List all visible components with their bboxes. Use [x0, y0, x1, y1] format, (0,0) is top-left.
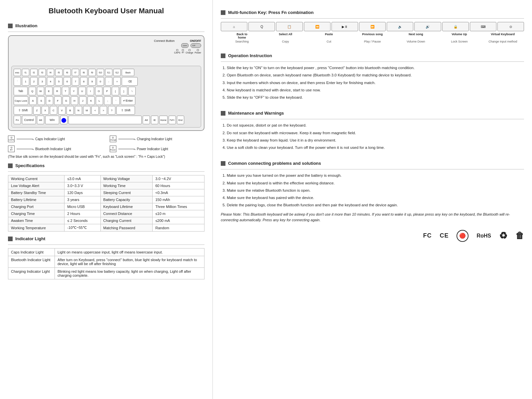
key-f12[interactable]: f12 — [113, 69, 121, 76]
key-equals[interactable]: = — [113, 77, 121, 86]
key-enter[interactable]: ↵Enter — [121, 96, 135, 105]
key-f1[interactable]: f1 — [22, 69, 29, 76]
key-o[interactable]: O — [95, 87, 102, 95]
key-slash[interactable]: ? — [108, 106, 115, 115]
key-q[interactable]: Q — [29, 87, 36, 95]
key-2[interactable]: 2 — [30, 77, 38, 86]
key-alt-l[interactable]: Alt — [37, 116, 44, 124]
key-quote[interactable]: ' — [112, 96, 120, 105]
key-h[interactable]: H — [71, 96, 78, 105]
fn-key-home[interactable]: ⌂ — [221, 22, 247, 31]
key-4[interactable]: 4 — [47, 77, 54, 86]
key-s[interactable]: S — [38, 96, 45, 105]
key-backslash[interactable]: \ — [128, 87, 136, 95]
fn-key-ff[interactable]: ⏩ — [359, 22, 386, 31]
key-win[interactable]: Win — [45, 116, 59, 124]
key-e[interactable]: E — [45, 87, 53, 95]
fn-key-paste[interactable]: 📋 — [276, 22, 303, 31]
key-f[interactable]: F — [54, 96, 62, 105]
key-fn[interactable]: Fn — [14, 116, 21, 124]
key-a[interactable]: A — [29, 96, 37, 105]
key-x[interactable]: X — [42, 106, 49, 115]
fn-key-vol-down[interactable]: 🔉 — [387, 22, 413, 31]
key-f9[interactable]: f9 — [88, 69, 96, 76]
key-g[interactable]: G — [63, 96, 70, 105]
key-7[interactable]: 7 — [72, 77, 79, 86]
key-back[interactable]: Back — [122, 69, 134, 76]
key-c[interactable]: C — [50, 106, 57, 115]
key-bluetooth[interactable]: ⬤ — [60, 116, 67, 124]
spec-value: ≤ 2 Seconds — [65, 217, 100, 224]
key-f2[interactable]: f2 — [30, 69, 38, 76]
key-f4[interactable]: f4 — [47, 69, 54, 76]
key-z[interactable]: Z — [33, 106, 41, 115]
key-esc[interactable]: esc — [14, 69, 21, 76]
operation-step: Open Bluetooth on device, search keyboar… — [227, 72, 524, 78]
key-f5[interactable]: f5 — [55, 69, 63, 76]
common-problems-list: Make sure you have turned on the power a… — [221, 173, 524, 208]
key-j[interactable]: J — [79, 96, 86, 105]
key-backspace[interactable]: ⌫ — [122, 77, 138, 86]
key-backtick[interactable]: ` — [14, 77, 21, 86]
connect-button[interactable]: conn — [181, 43, 189, 48]
key-semicolon[interactable]: ; — [104, 96, 111, 105]
key-0[interactable]: 0 — [97, 77, 104, 86]
key-m[interactable]: M — [83, 106, 90, 115]
key-3[interactable]: 3 — [39, 77, 46, 86]
key-shift-left[interactable]: ⇧ Shift — [14, 106, 32, 115]
connect-button-label: Connect Button — [154, 39, 175, 43]
fn-key-vkb[interactable]: ⌨ — [470, 22, 496, 31]
key-capslock[interactable]: Caps Lock — [14, 96, 28, 105]
key-1[interactable]: 1 — [22, 77, 29, 86]
charge-arrow: → — [118, 139, 135, 139]
onoff-switch[interactable]: O/F — [191, 43, 201, 48]
key-comma[interactable]: < — [91, 106, 99, 115]
key-f10[interactable]: f10 — [97, 69, 104, 76]
key-tab[interactable]: Tab — [14, 87, 28, 95]
specs-section-icon — [8, 163, 13, 168]
key-alt-r[interactable]: Alt — [143, 116, 150, 124]
key-r[interactable]: R — [54, 87, 61, 95]
key-f11[interactable]: f11 — [105, 69, 112, 76]
key-b[interactable]: B — [66, 106, 74, 115]
key-minus[interactable]: - — [105, 77, 112, 86]
key-space[interactable] — [68, 116, 142, 124]
fn-key-lock[interactable]: 🔒 — [442, 22, 469, 31]
key-f7[interactable]: f7 — [72, 69, 79, 76]
key-f6[interactable]: f6 — [64, 69, 71, 76]
key-n[interactable]: N — [75, 106, 82, 115]
spec-value: Micro USB — [65, 203, 100, 210]
key-f8[interactable]: f8 — [80, 69, 87, 76]
key-ie[interactable]: IE — [151, 116, 158, 124]
spec-value2: 60 Hours — [153, 182, 204, 189]
fn-key-play[interactable]: ▶⏸ — [332, 22, 358, 31]
key-5[interactable]: 5 — [55, 77, 63, 86]
key-6[interactable]: 6 — [64, 77, 71, 86]
key-y[interactable]: Y — [70, 87, 77, 95]
key-ctrl[interactable]: Control — [22, 116, 36, 124]
key-f3[interactable]: f3 — [39, 69, 46, 76]
key-v[interactable]: V — [58, 106, 66, 115]
key-u[interactable]: U — [78, 87, 86, 95]
key-t[interactable]: T — [62, 87, 69, 95]
key-pgdn[interactable]: PgDn — [169, 116, 176, 124]
key-home[interactable]: Home — [159, 116, 168, 124]
key-end[interactable]: End — [177, 116, 184, 124]
fn-key-extra[interactable]: ⊙ — [497, 22, 524, 31]
key-k[interactable]: K — [87, 96, 95, 105]
fn-label-next-song: Next song — [395, 33, 437, 39]
key-rbracket[interactable]: ] — [120, 87, 127, 95]
key-9[interactable]: 9 — [88, 77, 96, 86]
fn-key-rewind[interactable]: ⏪ — [304, 22, 331, 31]
key-l[interactable]: L — [96, 96, 103, 105]
key-i[interactable]: I — [87, 87, 94, 95]
key-shift-right[interactable]: ⇧ Shift — [116, 106, 135, 115]
key-period[interactable]: > — [100, 106, 107, 115]
key-d[interactable]: D — [46, 96, 53, 105]
fn-key-vol-up[interactable]: 🔊 — [414, 22, 441, 31]
fn-key-q[interactable]: Q — [248, 22, 275, 31]
key-p[interactable]: P — [103, 87, 111, 95]
key-lbracket[interactable]: [ — [112, 87, 119, 95]
key-w[interactable]: W — [37, 87, 44, 95]
key-8[interactable]: 8 — [80, 77, 87, 86]
